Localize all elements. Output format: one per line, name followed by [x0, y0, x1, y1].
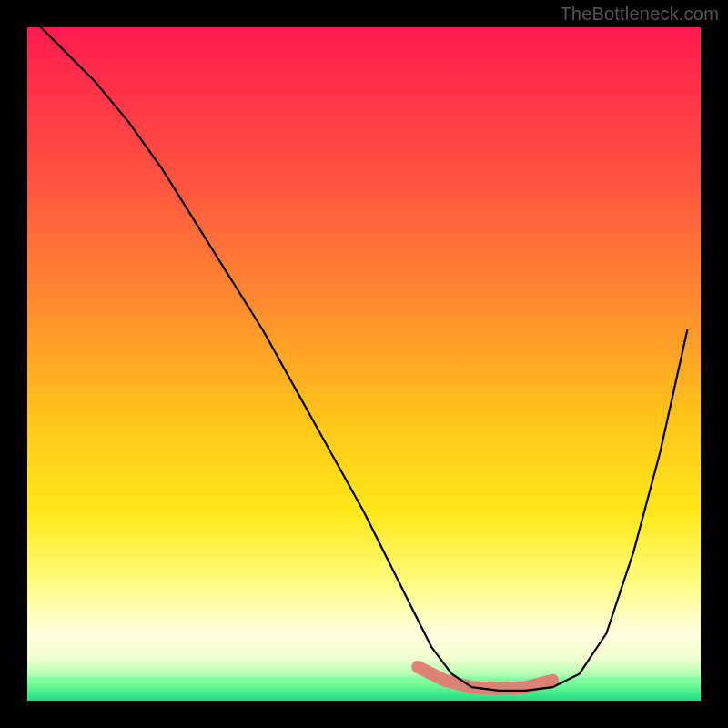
bottleneck-curve: [41, 27, 687, 691]
plot-area: [27, 27, 701, 701]
curve-svg: [27, 27, 701, 701]
chart-frame: TheBottleneck.com: [0, 0, 728, 728]
highlight-segment: [418, 667, 552, 689]
watermark-text: TheBottleneck.com: [560, 4, 719, 25]
